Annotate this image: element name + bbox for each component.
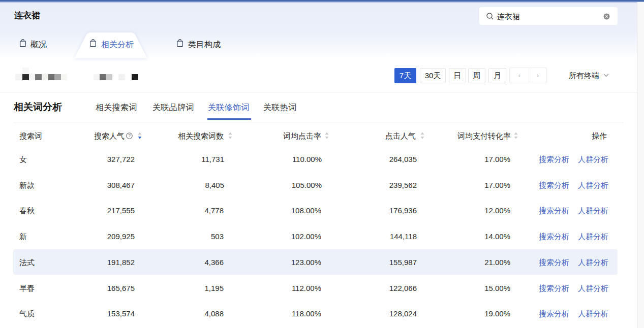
- svg-text:?: ?: [128, 133, 131, 138]
